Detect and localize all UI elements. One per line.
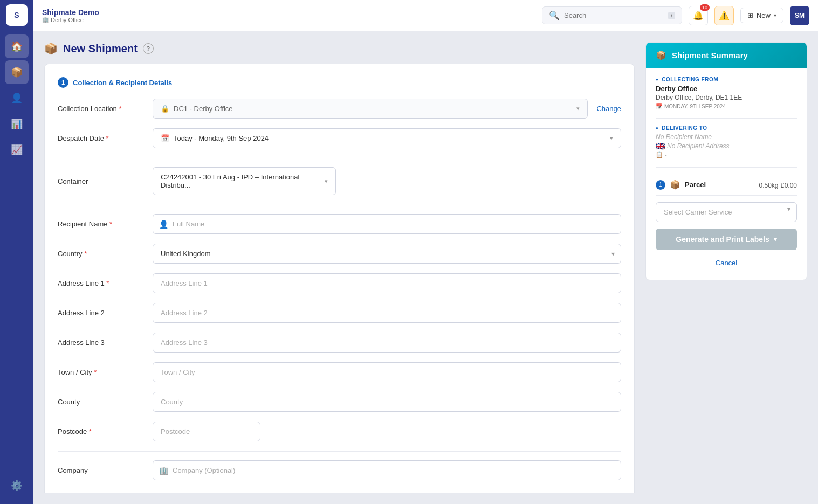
cal-icon-sm: 📅 [656, 103, 662, 109]
county-label: County [58, 398, 144, 406]
cancel-button[interactable]: Cancel [656, 254, 797, 271]
warning-button[interactable]: ⚠️ [714, 6, 734, 25]
address3-input-wrapper[interactable] [153, 333, 621, 353]
calendar-icon: 📅 [161, 134, 169, 142]
recipient-name-input-wrapper[interactable]: 👤 [153, 214, 621, 234]
town-input[interactable] [153, 362, 621, 382]
county-input-wrapper[interactable] [153, 392, 621, 412]
delivering-to-address: No Recipient Address [667, 142, 730, 150]
address1-input[interactable] [153, 273, 621, 293]
sidebar-item-reports[interactable]: 📊 [5, 112, 29, 136]
summary-header: 📦 Shipment Summary [646, 43, 807, 68]
sidebar-item-home[interactable]: 🏠 [5, 34, 29, 58]
collecting-from-section: COLLECTING FROM Derby Office Derby Offic… [656, 77, 797, 109]
collecting-from-name: Derby Office [656, 85, 797, 93]
container-dropdown[interactable]: C24242001 - 30 Fri Aug - IPD – Internati… [153, 167, 336, 195]
new-button-chevron: ▾ [774, 12, 776, 18]
search-kbd: / [668, 12, 675, 19]
sidebar-item-settings[interactable]: ⚙️ [5, 474, 29, 498]
person-icon: 👤 [159, 220, 168, 229]
summary-body: COLLECTING FROM Derby Office Derby Offic… [646, 68, 807, 280]
postcode-input-wrapper[interactable] [153, 422, 260, 441]
divider-1 [58, 158, 621, 158]
address2-input[interactable] [153, 303, 621, 323]
change-location-button[interactable]: Change [596, 105, 621, 113]
carrier-select[interactable]: Select Carrier Service [656, 202, 797, 222]
parcel-meta-right: 0.50kg £0.00 [759, 180, 797, 190]
uk-flag-icon: 🇬🇧 [656, 142, 665, 150]
branch-name: Derby Office [42, 17, 99, 23]
app-logo: S [6, 4, 28, 26]
carrier-select-wrapper[interactable]: Select Carrier Service [656, 196, 797, 222]
collection-location-dropdown[interactable]: 🔒 DC1 - Derby Office ▾ [153, 99, 588, 119]
building-icon: 🏢 [159, 466, 168, 475]
search-input[interactable] [564, 11, 664, 19]
county-input[interactable] [153, 392, 621, 412]
collection-location-value: DC1 - Derby Office [174, 105, 233, 113]
collection-location-input[interactable]: 🔒 DC1 - Derby Office ▾ [153, 99, 588, 119]
collection-location-label: Collection Location * [58, 105, 144, 113]
parcel-row: 1 📦 Parcel 0.50kg £0.00 [656, 174, 797, 196]
shipment-icon: 📦 [44, 42, 58, 55]
brand-name: Shipmate Demo [42, 8, 99, 17]
country-row: Country * United Kingdom [58, 244, 621, 264]
search-bar[interactable]: 🔍 / [542, 6, 682, 24]
container-row: Container C24242001 - 30 Fri Aug - IPD –… [58, 167, 621, 195]
summary-header-icon: 📦 [656, 50, 666, 60]
address2-input-wrapper[interactable] [153, 303, 621, 323]
new-button-icon: ⊞ [747, 11, 753, 19]
summary-divider-1 [656, 118, 797, 119]
main-area: Shipmate Demo Derby Office 🔍 / 🔔 10 ⚠️ ⊞… [33, 0, 818, 504]
section-title: 1 Collection & Recipient Details [58, 77, 621, 88]
town-input-wrapper[interactable] [153, 362, 621, 382]
lock-icon: 🔒 [161, 105, 169, 113]
sidebar-item-shipments[interactable]: 📦 [5, 60, 29, 84]
parcel-num: 1 [656, 180, 665, 190]
despatch-date-dropdown[interactable]: 📅 Today - Monday, 9th Sep 2024 ▾ [153, 128, 621, 148]
recipient-name-label: Recipient Name * [58, 220, 144, 228]
notification-badge: 10 [700, 4, 710, 11]
country-select[interactable]: United Kingdom [153, 244, 621, 264]
form-card: 1 Collection & Recipient Details Collect… [44, 64, 635, 493]
new-button[interactable]: ⊞ New ▾ [740, 8, 783, 23]
help-icon[interactable]: ? [143, 43, 154, 54]
container-input-wrapper[interactable]: C24242001 - 30 Fri Aug - IPD – Internati… [153, 167, 621, 195]
notifications-button[interactable]: 🔔 10 [689, 6, 708, 25]
topbar: Shipmate Demo Derby Office 🔍 / 🔔 10 ⚠️ ⊞… [33, 0, 818, 31]
town-row: Town / City * [58, 362, 621, 382]
collecting-from-label: COLLECTING FROM [656, 77, 797, 82]
section-num: 1 [58, 77, 68, 88]
container-chevron-icon: ▾ [325, 178, 328, 185]
country-label: Country * [58, 250, 144, 258]
postcode-row: Postcode * [58, 422, 621, 441]
generate-print-label: Generate and Print Labels [676, 235, 769, 244]
despatch-date-label: Despatch Date * [58, 134, 144, 142]
despatch-date-row: Despatch Date * 📅 Today - Monday, 9th Se… [58, 128, 621, 148]
summary-divider-2 [656, 167, 797, 168]
parcel-label: Parcel [685, 181, 706, 189]
section-title-text: Collection & Recipient Details [73, 79, 172, 87]
summary-header-title: Shipment Summary [672, 51, 748, 60]
company-row: Company 🏢 [58, 460, 621, 480]
container-label: Container [58, 177, 144, 185]
collection-location-row: Collection Location * 🔒 DC1 - Derby Offi… [58, 99, 621, 119]
company-input-wrapper[interactable]: 🏢 [153, 460, 621, 480]
address3-input[interactable] [153, 333, 621, 353]
sidebar-item-contacts[interactable]: 👤 [5, 86, 29, 110]
despatch-date-input[interactable]: 📅 Today - Monday, 9th Sep 2024 ▾ [153, 128, 621, 148]
search-icon: 🔍 [549, 10, 560, 20]
delivering-to-label: DELIVERING TO [656, 125, 797, 131]
town-label: Town / City * [58, 368, 144, 376]
recipient-name-input[interactable] [153, 214, 621, 234]
user-avatar[interactable]: SM [790, 6, 809, 25]
generate-print-button[interactable]: Generate and Print Labels ▾ [656, 229, 797, 250]
postcode-input[interactable] [153, 422, 260, 441]
date-chevron-icon: ▾ [610, 135, 613, 142]
address1-input-wrapper[interactable] [153, 273, 621, 293]
company-input[interactable] [153, 460, 621, 480]
address3-row: Address Line 3 [58, 333, 621, 353]
company-label: Company [58, 466, 144, 474]
sidebar: S 🏠 📦 👤 📊 📈 ⚙️ [0, 0, 33, 504]
country-input-wrapper[interactable]: United Kingdom [153, 244, 621, 264]
sidebar-item-analytics[interactable]: 📈 [5, 138, 29, 162]
